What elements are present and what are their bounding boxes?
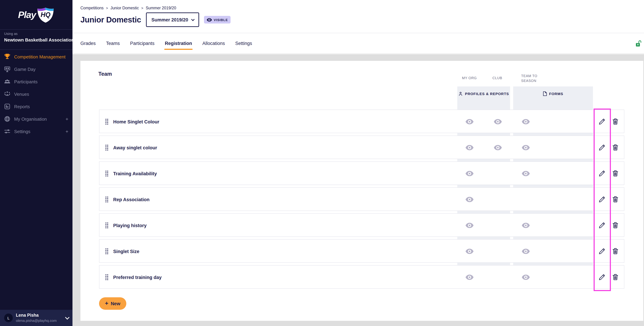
visibility-my-org-eye-icon[interactable] [466, 223, 474, 228]
delete-button[interactable] [612, 118, 619, 125]
season-selector[interactable]: Summer 2019/20 [146, 13, 199, 27]
expand-plus-icon[interactable]: + [66, 116, 68, 122]
visibility-my-org-eye-icon[interactable] [466, 197, 474, 202]
sidebar-item-competition-management[interactable]: Competition Management [0, 51, 72, 63]
user-email: olena.pisha@playhq.com [16, 318, 56, 323]
main-area: Competitions > Junior Domestic > Summer … [72, 0, 644, 326]
breadcrumb-competitions[interactable]: Competitions [80, 6, 104, 10]
stadium-icon [4, 91, 11, 97]
visibility-club-eye-icon[interactable] [494, 119, 502, 124]
registration-field-row: Singlet Size [99, 239, 624, 263]
visibility-team-to-season-eye-icon[interactable] [522, 145, 530, 150]
field-label: Rep Association [113, 197, 150, 202]
visibility-team-to-season-eye-icon[interactable] [522, 249, 530, 254]
visibility-team-to-season-eye-icon[interactable] [522, 274, 530, 280]
chevron-down-icon [65, 315, 69, 319]
sidebar-divider [0, 29, 72, 30]
unlocked-padlock-icon[interactable] [635, 40, 641, 47]
field-label: Away singlet colour [113, 145, 157, 150]
sidebar-item-venues[interactable]: Venues [0, 88, 72, 100]
delete-button[interactable] [612, 196, 619, 203]
scoreboard-icon [4, 66, 11, 73]
visibility-badge-label: VISIBLE [214, 18, 228, 22]
playhq-logo[interactable]: Play HQ [0, 4, 72, 26]
tab-grades[interactable]: Grades [80, 39, 96, 47]
people-icon [4, 78, 11, 85]
delete-button[interactable] [612, 273, 619, 281]
visibility-my-org-eye-icon[interactable] [466, 171, 474, 176]
chevron-down-icon [191, 18, 195, 21]
tab-teams[interactable]: Teams [106, 39, 120, 47]
drag-handle-icon[interactable] [105, 171, 108, 178]
edit-button[interactable] [598, 273, 606, 281]
sidebar-item-settings[interactable]: Settings + [0, 125, 72, 138]
tab-allocations[interactable]: Allocations [202, 39, 225, 47]
drag-handle-icon[interactable] [105, 119, 108, 126]
registration-field-row: Rep Association [99, 187, 624, 211]
visibility-team-to-season-eye-icon[interactable] [522, 223, 530, 228]
avatar: L [4, 313, 13, 322]
edit-button[interactable] [598, 196, 606, 203]
visibility-team-to-season-eye-icon[interactable] [522, 171, 530, 176]
page-title: Junior Domestic [80, 15, 141, 24]
sidebar-item-reports[interactable]: Reports [0, 100, 72, 113]
user-menu[interactable]: L Lena Pisha olena.pisha@playhq.com [0, 310, 72, 326]
breadcrumb-junior-domestic[interactable]: Junior Domestic [110, 6, 139, 10]
fields-list: Home Singlet Colour Away singl [80, 61, 643, 321]
visibility-team-to-season-eye-icon[interactable] [522, 119, 530, 124]
logo-play-text: Play [18, 10, 36, 20]
new-button-label: New [111, 301, 120, 306]
globe-icon [4, 115, 11, 122]
visibility-club-eye-icon[interactable] [494, 145, 502, 150]
registration-field-row: Preferred training day [99, 265, 624, 289]
registration-forms-card: Team PROFILES & REPORTS [80, 61, 643, 321]
edit-button[interactable] [598, 170, 606, 177]
svg-text:HQ: HQ [40, 11, 50, 18]
field-label: Home Singlet Colour [113, 119, 159, 124]
drag-handle-icon[interactable] [105, 274, 108, 282]
tabs: GradesTeamsParticipantsRegistrationAlloc… [72, 33, 644, 54]
sidebar-item-my-organisation[interactable]: My Organisation + [0, 113, 72, 125]
logo-shield-icon: HQ [36, 7, 54, 23]
bar-chart-icon [4, 103, 11, 110]
sidebar-item-game-day[interactable]: Game Day [0, 63, 72, 75]
sidebar-item-participants[interactable]: Participants [0, 75, 72, 88]
tab-participants[interactable]: Participants [130, 39, 154, 47]
drag-handle-icon[interactable] [105, 222, 108, 230]
drag-handle-icon[interactable] [105, 248, 108, 256]
eye-icon [207, 18, 212, 22]
breadcrumb-season[interactable]: Summer 2019/20 [146, 6, 176, 10]
sidebar: Play HQ Using as Newtown Basketball Asso… [0, 0, 72, 326]
breadcrumb-separator: > [106, 6, 108, 10]
edit-button[interactable] [598, 118, 606, 125]
edit-button[interactable] [598, 222, 606, 229]
drag-handle-icon[interactable] [105, 144, 108, 152]
season-selector-value: Summer 2019/20 [151, 17, 188, 22]
trophy-icon [4, 53, 11, 60]
visibility-my-org-eye-icon[interactable] [466, 145, 474, 150]
tab-registration[interactable]: Registration [165, 39, 192, 47]
field-label: Playing history [113, 223, 147, 228]
expand-plus-icon[interactable]: + [66, 129, 68, 134]
delete-button[interactable] [612, 222, 619, 229]
tab-settings[interactable]: Settings [235, 39, 252, 47]
visibility-badge: VISIBLE [204, 16, 231, 24]
edit-button[interactable] [598, 248, 606, 255]
organisation-switcher[interactable]: Newtown Basketball Association [4, 37, 69, 43]
sidebar-divider [0, 49, 72, 50]
new-button[interactable]: + New [99, 297, 126, 310]
organisation-name: Newtown Basketball Association [4, 37, 74, 43]
delete-button[interactable] [612, 144, 619, 151]
field-label: Training Availability [113, 171, 157, 176]
registration-field-row: Training Availability [99, 161, 624, 185]
visibility-my-org-eye-icon[interactable] [466, 249, 474, 254]
drag-handle-icon[interactable] [105, 196, 108, 204]
using-as-label: Using as [4, 32, 69, 36]
playhq-admin-app: Play HQ Using as Newtown Basketball Asso… [0, 0, 644, 326]
delete-button[interactable] [612, 170, 619, 177]
visibility-my-org-eye-icon[interactable] [466, 274, 474, 280]
delete-button[interactable] [612, 248, 619, 255]
content-area: Team PROFILES & REPORTS [72, 54, 644, 326]
visibility-my-org-eye-icon[interactable] [466, 119, 474, 124]
edit-button[interactable] [598, 144, 606, 151]
